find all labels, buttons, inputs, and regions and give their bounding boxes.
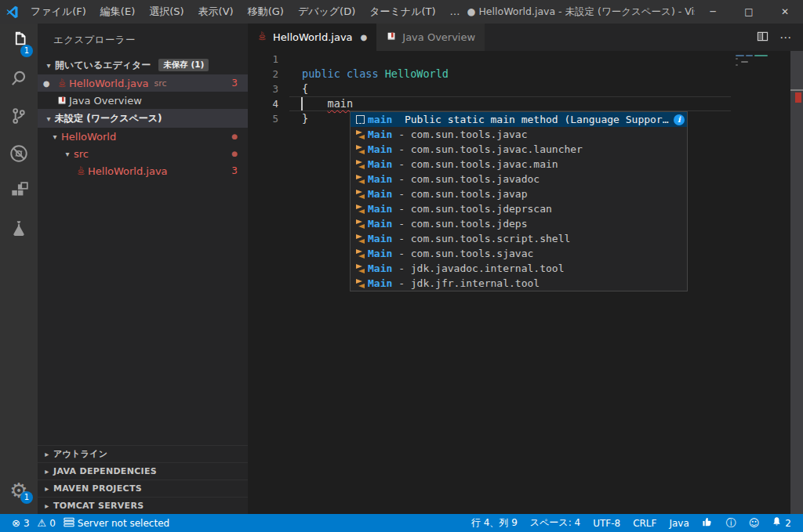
extensions-icon xyxy=(9,181,29,204)
notifications-button[interactable]: 2 xyxy=(768,514,795,532)
tree-item-file[interactable]: HelloWorld.java 3 xyxy=(38,162,248,179)
menu-edit[interactable]: 編集(E) xyxy=(93,0,142,24)
indentation-setting[interactable]: スペース: 4 xyxy=(526,514,584,532)
chevron-collapsed-icon: ▸ xyxy=(41,484,53,493)
menu-selection[interactable]: 選択(S) xyxy=(142,0,191,24)
book-icon xyxy=(55,95,69,106)
sidebar-title: エクスプローラー xyxy=(38,24,248,56)
unsaved-badge: 未保存 (1) xyxy=(158,59,209,71)
section-outline[interactable]: ▸ アウトライン xyxy=(38,445,248,462)
open-editor-item[interactable]: ● HelloWorld.java src 3 xyxy=(38,74,248,92)
dirty-indicator: ● xyxy=(38,79,55,88)
info-button[interactable]: ⓘ xyxy=(722,514,740,532)
chevron-expanded-icon: ▾ xyxy=(42,114,55,123)
menu-more[interactable]: … xyxy=(443,0,467,24)
maximize-button[interactable]: □ xyxy=(731,0,767,24)
suggestion-item[interactable]: Main - com.sun.tools.javac.launcher xyxy=(351,142,687,157)
error-dot: ● xyxy=(231,132,238,140)
code-line[interactable]: 3 { xyxy=(248,81,803,96)
activity-extensions[interactable] xyxy=(0,174,38,212)
server-icon xyxy=(64,517,74,530)
split-editor-icon[interactable] xyxy=(757,30,768,45)
tab-helloworld-java[interactable]: HelloWorld.java ● xyxy=(248,24,376,51)
suggestion-item-selected[interactable]: main Public static main method (Language… xyxy=(351,112,687,127)
suggestion-item[interactable]: Main - com.sun.tools.sjavac xyxy=(351,246,687,261)
cursor-position[interactable]: 行 4、列 9 xyxy=(467,514,521,532)
suggestion-item[interactable]: Main - com.sun.tools.script.shell xyxy=(351,231,687,246)
menu-terminal[interactable]: ターミナル(T) xyxy=(362,0,442,24)
code-line[interactable]: 2 public class HelloWorld xyxy=(248,67,803,81)
editor-actions: ⋯ xyxy=(757,24,803,51)
class-icon xyxy=(353,234,368,244)
close-button[interactable]: ✕ xyxy=(767,0,803,24)
activity-debug[interactable] xyxy=(0,136,38,174)
code-line[interactable]: 1 xyxy=(248,52,803,67)
server-status[interactable]: Server not selected xyxy=(60,514,173,532)
explorer-badge: 1 xyxy=(20,45,33,57)
feedback-button[interactable] xyxy=(698,514,718,532)
section-java-dependencies[interactable]: ▸ JAVA DEPENDENCIES xyxy=(38,462,248,480)
chevron-collapsed-icon: ▸ xyxy=(41,467,53,476)
error-count-badge: 3 xyxy=(231,165,238,176)
eol-setting[interactable]: CRLF xyxy=(629,514,660,532)
code-editor[interactable]: 1 2 public class HelloWorld 3 { 4 main 5 xyxy=(248,51,803,514)
activity-test[interactable] xyxy=(0,212,38,249)
tab-bar: HelloWorld.java ● Java Overview ⋯ xyxy=(248,24,803,51)
suggestion-item[interactable]: Main - jdk.jfr.internal.tool xyxy=(351,276,687,291)
status-bar: ⊗ 3 ⚠ 0 Server not selected 行 4、列 9 スペース… xyxy=(0,514,803,532)
search-icon xyxy=(9,68,29,92)
section-maven-projects[interactable]: ▸ MAVEN PROJECTS xyxy=(38,480,248,497)
warning-icon: ⚠ xyxy=(38,518,47,528)
info-icon[interactable]: i xyxy=(674,114,685,125)
chevron-expanded-icon: ▾ xyxy=(49,132,61,141)
file-name: HelloWorld.java xyxy=(88,165,168,177)
java-file-icon xyxy=(74,165,88,176)
suggestion-item[interactable]: Main - jdk.javadoc.internal.tool xyxy=(351,261,687,276)
tab-java-overview[interactable]: Java Overview xyxy=(376,24,485,51)
menu-view[interactable]: 表示(V) xyxy=(191,0,241,24)
tree-item-folder[interactable]: ▾ HelloWorld ● xyxy=(38,128,248,145)
suggestion-item[interactable]: Main - com.sun.tools.javadoc xyxy=(351,172,687,186)
encoding-setting[interactable]: UTF-8 xyxy=(589,514,624,532)
tab-label: Java Overview xyxy=(402,31,475,43)
titlebar: ファイル(F) 編集(E) 選択(S) 表示(V) 移動(G) デバッグ(D) … xyxy=(0,0,803,24)
java-file-icon xyxy=(257,31,267,44)
problems-indicator[interactable]: ⊗ 3 ⚠ 0 xyxy=(8,514,60,532)
workspace-header[interactable]: ▾ 未設定 (ワークスペース) xyxy=(38,109,248,128)
activity-search[interactable] xyxy=(0,61,38,99)
error-icon: ⊗ xyxy=(12,518,20,528)
open-editor-item[interactable]: Java Overview xyxy=(38,92,248,109)
tree-item-folder[interactable]: ▾ src ● xyxy=(38,145,248,162)
class-icon xyxy=(353,190,368,199)
dirty-indicator[interactable]: ● xyxy=(361,33,368,42)
more-actions-icon[interactable]: ⋯ xyxy=(779,31,792,45)
vscode-logo-icon xyxy=(0,5,24,19)
suggestion-item[interactable]: Main - com.sun.tools.jdeps xyxy=(351,216,687,231)
suggestion-item[interactable]: Main - com.sun.tools.javap xyxy=(351,186,687,201)
open-editors-header[interactable]: ▾ 開いているエディター 未保存 (1) xyxy=(38,56,248,74)
activity-source-control[interactable] xyxy=(0,99,38,136)
chevron-collapsed-icon: ▸ xyxy=(41,450,53,458)
suggestion-item[interactable]: Main - com.sun.tools.javac.main xyxy=(351,157,687,172)
chevron-expanded-icon: ▾ xyxy=(42,61,55,70)
smiley-button[interactable]: ☺ xyxy=(745,514,764,532)
activity-explorer[interactable]: 1 xyxy=(0,24,38,61)
menu-debug[interactable]: デバッグ(D) xyxy=(291,0,362,24)
file-description: src xyxy=(154,78,167,89)
class-icon xyxy=(353,264,368,273)
suggestion-item[interactable]: Main - com.sun.tools.javac xyxy=(351,127,687,142)
text-cursor xyxy=(301,97,303,110)
class-icon xyxy=(353,219,368,229)
info-icon: ⓘ xyxy=(726,518,736,528)
section-tomcat-servers[interactable]: ▸ TOMCAT SERVERS xyxy=(38,497,248,514)
open-editors-label: 開いているエディター xyxy=(55,59,151,72)
folder-name: src xyxy=(74,148,89,160)
minimize-button[interactable]: ─ xyxy=(695,0,731,24)
activity-settings[interactable]: ⚙ 1 xyxy=(0,473,38,508)
menu-go[interactable]: 移動(G) xyxy=(241,0,291,24)
suggestion-item[interactable]: Main - com.sun.tools.jdeprscan xyxy=(351,201,687,216)
language-mode[interactable]: Java xyxy=(665,514,692,532)
code-line[interactable]: 4 main xyxy=(248,96,803,111)
class-icon xyxy=(353,145,368,154)
menu-file[interactable]: ファイル(F) xyxy=(24,0,93,24)
